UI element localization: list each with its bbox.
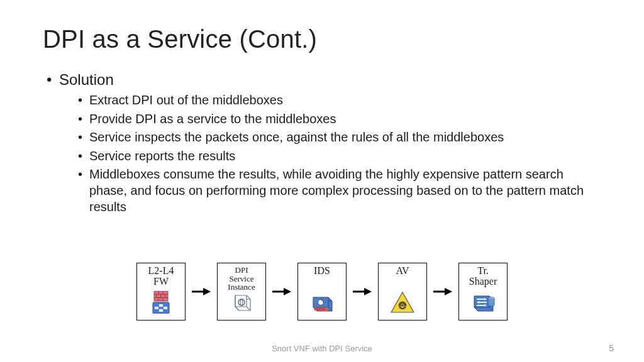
sub-bullet: Extract DPI out of the middleboxes: [78, 92, 601, 109]
node-av: AV: [378, 263, 427, 321]
svg-point-19: [240, 299, 243, 305]
arrow-icon: [433, 287, 452, 296]
sub-bullet: Service inspects the packets once, again…: [78, 129, 601, 146]
bullet-l1-text: Solution: [59, 71, 114, 88]
node-label: DPIServiceInstance: [228, 266, 255, 292]
sub-bullet: Service reports the results: [78, 148, 601, 165]
sub-bullet-list: Extract DPI out of the middleboxes Provi…: [59, 92, 601, 215]
svg-rect-12: [159, 309, 163, 312]
svg-rect-13: [155, 307, 158, 309]
svg-marker-16: [203, 288, 211, 295]
flow-diagram: L2-L4FW: [0, 263, 644, 321]
node-tr-shaper: Tr.Shaper: [458, 263, 508, 321]
dpi-icon: [229, 292, 254, 317]
node-label: Tr.Shaper: [469, 266, 497, 287]
slide: DPI as a Service (Cont.) Solution Extrac…: [0, 0, 644, 362]
page-number: 5: [609, 343, 614, 353]
arrow-icon: [272, 287, 291, 296]
svg-marker-30: [364, 288, 372, 295]
node-label: AV: [396, 266, 409, 277]
svg-rect-14: [164, 307, 167, 309]
svg-marker-21: [284, 288, 291, 295]
node-label: L2-L4FW: [148, 266, 174, 287]
shaper-icon: [470, 292, 496, 316]
svg-point-33: [401, 304, 403, 306]
sub-bullet: Middleboxes consume the results, while a…: [78, 167, 601, 215]
node-ids: IDS: [297, 263, 347, 321]
av-icon: [390, 291, 415, 316]
node-label: IDS: [314, 266, 330, 277]
sub-bullet: Provide DPI as a service to the middlebo…: [78, 111, 601, 128]
footer-text: Snort VNF with DPI Service: [0, 344, 644, 353]
firewall-icon: [150, 291, 172, 316]
bullet-solution: Solution Extract DPI out of the middlebo…: [47, 71, 601, 215]
arrow-icon: [192, 287, 211, 296]
svg-marker-35: [445, 288, 452, 295]
node-dpi-service: DPIServiceInstance: [217, 263, 266, 321]
svg-rect-11: [159, 304, 163, 307]
arrow-icon: [353, 287, 372, 296]
bullet-list: Solution Extract DPI out of the middlebo…: [43, 71, 601, 215]
node-l2l4fw: L2-L4FW: [136, 263, 186, 321]
slide-title: DPI as a Service (Cont.): [43, 25, 601, 53]
ids-icon: [309, 292, 335, 316]
svg-point-18: [238, 299, 245, 305]
